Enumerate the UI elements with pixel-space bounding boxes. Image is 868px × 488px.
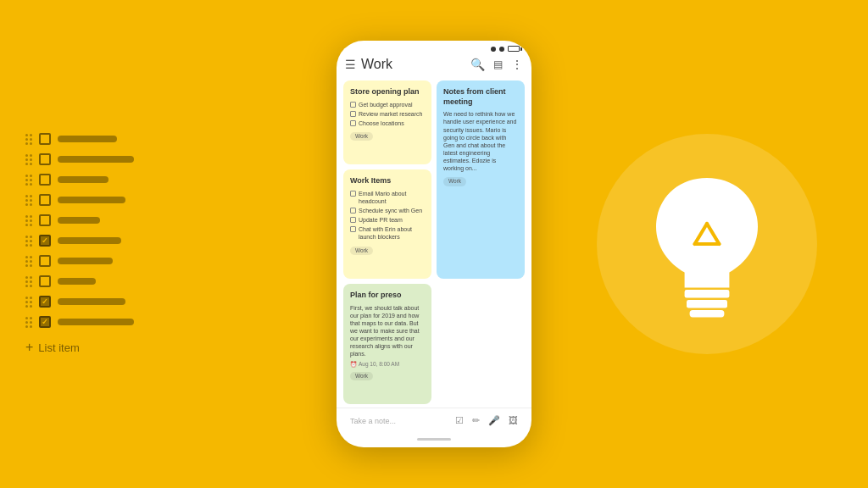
list-item: [25, 296, 134, 308]
note-timestamp: ⏰Aug 10, 8:00 AM: [350, 361, 425, 368]
left-list-decoration: + List item: [25, 133, 134, 355]
note-body: First, we should talk about our plan for…: [350, 304, 425, 358]
svg-rect-2: [690, 310, 725, 317]
note-client-meeting[interactable]: Notes from client meeting We need to ret…: [437, 80, 525, 279]
search-icon[interactable]: 🔍: [470, 58, 485, 71]
note-tag: Work: [350, 132, 373, 141]
list-item: [25, 316, 134, 328]
note-work-items[interactable]: Work Items Email Mario about headcount S…: [343, 169, 431, 279]
status-bar: [337, 41, 531, 53]
note-store-opening[interactable]: Store opening plan Get budget approval R…: [343, 80, 431, 164]
svg-rect-1: [687, 300, 727, 308]
more-icon[interactable]: ⋮: [511, 58, 523, 71]
phone-mockup: ☰ Work 🔍 ▤ ⋮ Store opening plan Get budg…: [337, 41, 531, 447]
add-item-label: List item: [38, 341, 79, 354]
mic-icon[interactable]: 🎤: [488, 415, 500, 426]
note-tag: Work: [443, 177, 466, 186]
note-tag: Work: [350, 247, 373, 255]
battery-icon: [508, 46, 520, 52]
layout-icon[interactable]: ▤: [493, 58, 503, 70]
note-title: Plan for preso: [350, 291, 425, 301]
note-title: Store opening plan: [350, 87, 425, 97]
list-item: [25, 275, 134, 287]
lightbulb-circle: [597, 134, 817, 354]
lightbulb-icon: [639, 168, 775, 320]
signal-dot: [491, 47, 496, 52]
checkbox-icon[interactable]: ☑: [455, 415, 464, 426]
list-item: [25, 214, 134, 226]
add-item-row[interactable]: + List item: [25, 340, 134, 355]
toolbar-icons: ☑ ✏ 🎤 🖼: [455, 415, 518, 426]
bottom-toolbar: Take a note... ☑ ✏ 🎤 🖼: [337, 408, 531, 435]
take-note-placeholder[interactable]: Take a note...: [350, 417, 450, 425]
note-title: Notes from client meeting: [443, 87, 518, 107]
note-body: We need to rethink how we handle user ex…: [443, 110, 518, 172]
svg-rect-0: [685, 290, 730, 298]
list-item: [25, 133, 134, 145]
list-item: [25, 174, 134, 186]
note-checklist: Get budget approval Review market resear…: [350, 101, 425, 127]
list-item: [25, 194, 134, 206]
pencil-icon[interactable]: ✏: [472, 415, 480, 426]
phone-shell: ☰ Work 🔍 ▤ ⋮ Store opening plan Get budg…: [337, 41, 531, 447]
home-indicator: [417, 438, 451, 441]
signal-dot: [499, 47, 504, 52]
note-title: Work Items: [350, 176, 425, 186]
list-item: [25, 153, 134, 165]
phone-home-bar: [337, 435, 531, 447]
app-title: Work: [361, 57, 465, 72]
list-item: [25, 235, 134, 247]
image-icon[interactable]: 🖼: [509, 415, 518, 426]
note-checklist: Email Mario about headcount Schedule syn…: [350, 190, 425, 241]
list-item: [25, 255, 134, 267]
plus-icon: +: [25, 340, 33, 355]
header-icons: 🔍 ▤ ⋮: [470, 58, 523, 71]
note-plan-preso[interactable]: Plan for preso First, we should talk abo…: [343, 284, 431, 404]
app-header: ☰ Work 🔍 ▤ ⋮: [337, 53, 531, 77]
notes-grid: Store opening plan Get budget approval R…: [337, 77, 531, 408]
hamburger-icon[interactable]: ☰: [345, 58, 356, 71]
note-tag: Work: [350, 372, 373, 380]
